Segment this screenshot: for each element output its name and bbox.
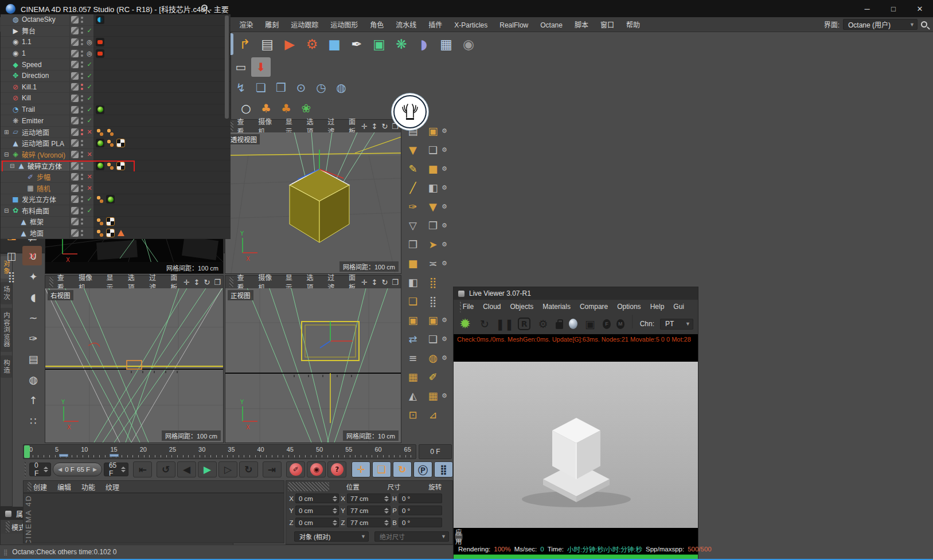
zoom-view-icon[interactable]: ↕ <box>372 122 378 131</box>
visibility-dots[interactable] <box>80 174 84 180</box>
octane-logo-icon[interactable]: ✹ <box>458 316 472 331</box>
workplane-icon[interactable]: ▭ <box>231 57 251 77</box>
menu-item[interactable]: 运动跟踪 <box>291 21 318 29</box>
drag-handle[interactable] <box>49 277 53 287</box>
timeline-marker[interactable] <box>110 454 119 457</box>
visibility-dots[interactable] <box>80 95 84 101</box>
object-name[interactable]: 破碎立方体 <box>28 161 62 171</box>
previous-frame-button[interactable]: ◀ <box>177 461 196 477</box>
palette-cube-6-icon[interactable]: ▦ <box>403 367 423 386</box>
key-pla-toggle[interactable]: ⣿ <box>434 461 453 477</box>
layer-chip-icon[interactable] <box>71 218 79 225</box>
material-menu-item[interactable]: 纹理 <box>106 482 119 492</box>
arrow-up-icon[interactable]: ↑ <box>24 390 43 410</box>
cylinder-icon[interactable]: ⊙ <box>291 78 311 97</box>
rotate-view-icon[interactable]: ↻ <box>381 122 388 131</box>
key-scale-toggle[interactable]: ❑ <box>372 461 391 477</box>
zoom-view-icon[interactable]: ↕ <box>372 278 378 287</box>
layer-chip-icon[interactable] <box>71 61 79 68</box>
object-name[interactable]: Emitter <box>22 117 44 125</box>
palette2-dots-icon[interactable]: ⣿ <box>424 273 453 292</box>
palette2-pen-icon[interactable]: ✐ <box>424 367 453 386</box>
chk-tag[interactable] <box>116 162 125 170</box>
menu-item[interactable]: 插件 <box>428 21 442 29</box>
lv-menu-item[interactable]: Gui <box>673 303 684 311</box>
drag-handle[interactable] <box>229 277 233 287</box>
mouse-icon[interactable]: ◖ <box>24 287 43 307</box>
palette-knife-icon[interactable]: ╱ <box>403 178 423 197</box>
enable-state-icon[interactable]: ◎ <box>85 38 93 46</box>
tri-tag[interactable] <box>116 229 125 237</box>
autokey-button[interactable]: ◉ <box>307 461 326 477</box>
play-backward-button[interactable]: ↺ <box>157 461 175 477</box>
toggle-view-icon[interactable]: ❐ <box>392 278 399 287</box>
lv-menu-item[interactable]: Compare <box>580 303 608 311</box>
object-name[interactable]: OctaneSky <box>22 15 56 24</box>
palette-pencil-icon[interactable]: ✎ <box>403 159 423 178</box>
enable-state-icon[interactable]: ✕ <box>85 173 93 181</box>
palette2-cube-gear-2-icon[interactable]: ❑⚙ <box>424 140 453 159</box>
object-name[interactable]: Kill <box>22 94 31 102</box>
enable-state-icon[interactable]: ✓ <box>85 95 93 102</box>
object-name[interactable]: 发光立方体 <box>22 194 56 204</box>
frame-end-field[interactable]: 65 F <box>104 463 128 476</box>
om-search-icon[interactable] <box>201 5 208 11</box>
om-scrollbar[interactable] <box>225 15 229 119</box>
viewport-4-canvas[interactable]: YX <box>225 288 401 442</box>
enable-state-icon[interactable]: ✓ <box>85 106 93 113</box>
enable-state-icon[interactable]: ✓ <box>85 207 93 214</box>
visibility-dots[interactable] <box>80 39 84 45</box>
lv-menu-item[interactable]: Cloud <box>483 303 501 311</box>
palette2-cube-gear-6-icon[interactable]: ❒⚙ <box>424 216 453 235</box>
object-name[interactable]: 地面 <box>30 228 44 238</box>
size-field[interactable]: 77 cm <box>347 506 391 515</box>
dotso-tag[interactable] <box>106 128 115 136</box>
enable-state-icon[interactable]: ◎ <box>85 50 93 57</box>
palette-brush-icon[interactable]: ✑ <box>403 197 423 216</box>
object-row[interactable]: ❋ Emitter ✓ <box>1 115 231 127</box>
dock-tab[interactable]: 构造 <box>1 355 12 378</box>
dotso-tag[interactable] <box>96 217 104 226</box>
viewport-perspective-2[interactable]: 查看摄像机显示选项过滤面板 ✛↕↻❐ YX 透视视图 网格间距：100 cm <box>225 119 401 274</box>
material-menu-item[interactable]: 功能 <box>81 482 95 492</box>
cubes-array-icon[interactable]: ❒ <box>271 78 291 97</box>
zoom-view-icon[interactable]: ↕ <box>194 278 200 287</box>
palette2-cube-gear-4-icon[interactable]: ◧⚙ <box>424 178 453 197</box>
object-row[interactable]: ▶ 舞台 ✓ <box>1 26 231 37</box>
lv-menu-item[interactable]: Materials <box>542 303 571 311</box>
visibility-dots[interactable] <box>80 151 84 158</box>
lv-menu-item[interactable]: Help <box>650 303 665 311</box>
pan-view-icon[interactable]: ✛ <box>361 122 368 131</box>
dotso-tag[interactable] <box>106 162 115 170</box>
lv-menu-item[interactable]: Options <box>617 303 641 311</box>
timeline-marker[interactable] <box>59 454 68 457</box>
dot-grid-icon[interactable]: ⣿ <box>2 267 21 286</box>
close-button[interactable]: ✕ <box>907 0 933 17</box>
object-row[interactable]: ✐ 步幅 ✕ <box>1 171 231 183</box>
object-row[interactable]: ✥ Direction ✓ <box>1 71 231 82</box>
layer-chip-icon[interactable] <box>71 106 79 113</box>
lock-resolution-icon[interactable] <box>556 322 563 329</box>
palette-triangle-icon[interactable]: ▽ <box>403 216 423 235</box>
enable-state-icon[interactable]: ✓ <box>85 27 93 34</box>
maximize-button[interactable]: □ <box>880 0 907 17</box>
smooth-icon[interactable]: ~ <box>24 308 43 327</box>
key-position-toggle[interactable]: ✛ <box>352 461 370 477</box>
dotso-tag[interactable] <box>96 128 104 136</box>
viewport-2-canvas[interactable]: YX <box>225 132 401 273</box>
object-name[interactable]: Direction <box>22 72 49 80</box>
lv-menu-item[interactable]: Objects <box>510 303 534 311</box>
tree-asset-2-icon[interactable]: ♣ <box>276 99 296 118</box>
size-field[interactable]: 77 cm <box>347 494 391 503</box>
object-name[interactable]: 破碎 (Voronoi) <box>22 150 65 159</box>
coord-system-icon[interactable]: ↱ <box>234 33 256 55</box>
size-mode-dropdown[interactable]: 绝对尺寸▼ <box>374 531 449 542</box>
frame-range-slider[interactable]: ◀ 0 F 65 F ▶ <box>53 463 102 476</box>
palette2-cube-gear-5-icon[interactable]: ▼⚙ <box>424 197 453 216</box>
layer-chip-icon[interactable] <box>71 38 79 46</box>
palette2-mixer-icon[interactable]: ≍⚙ <box>424 254 453 273</box>
goto-start-button[interactable]: ⇤ <box>133 461 152 477</box>
visibility-dots[interactable] <box>80 196 84 202</box>
current-frame-box[interactable]: 0 F <box>419 444 452 459</box>
object-row[interactable]: ■ 发光立方体 ✓ <box>1 194 231 206</box>
